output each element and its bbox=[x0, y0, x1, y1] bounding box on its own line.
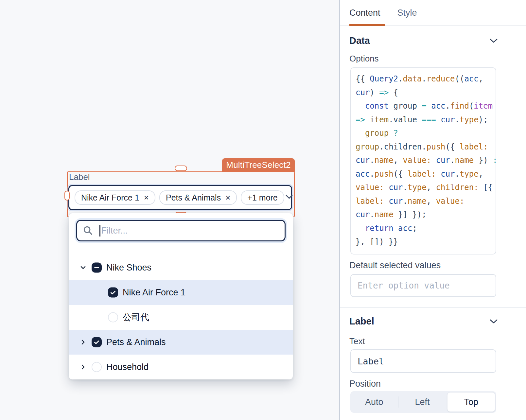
filter-input[interactable]: Filter... bbox=[76, 220, 286, 241]
text-label: Text bbox=[349, 336, 365, 346]
chevron-down-icon[interactable] bbox=[79, 264, 87, 271]
position-label: Position bbox=[349, 379, 381, 389]
tree-row[interactable]: Nike Shoes bbox=[69, 255, 293, 280]
chevron-down-icon[interactable] bbox=[489, 319, 498, 325]
chevron-right-icon[interactable] bbox=[79, 339, 87, 346]
code-line: {{ Query2.data.reduce((acc, bbox=[356, 72, 491, 86]
default-values-label: Default selected values bbox=[349, 260, 441, 271]
search-icon bbox=[82, 225, 94, 236]
widget-label: Label bbox=[69, 172, 90, 182]
position-segmented-control: AutoLeftTop bbox=[350, 391, 496, 413]
position-option-left[interactable]: Left bbox=[398, 391, 446, 413]
code-line: const group = acc.find(item bbox=[356, 99, 491, 113]
tree-row[interactable]: Household bbox=[69, 355, 293, 379]
tree-row-label: Household bbox=[106, 362, 149, 372]
checkbox-indeterminate[interactable] bbox=[92, 263, 102, 273]
text-cursor bbox=[99, 225, 100, 236]
tag-label: +1 more bbox=[247, 193, 277, 202]
code-line: label: cur.name, value: bbox=[356, 195, 491, 208]
chevron-down-icon[interactable] bbox=[284, 194, 294, 201]
code-line: acc.push({ label: cur.type, bbox=[356, 167, 491, 181]
inspector-panel: ContentStyle Data Options {{ Query2.data… bbox=[340, 0, 526, 420]
code-line: => item.value === cur.type); bbox=[356, 113, 491, 127]
app-root: MultiTreeSelect2 Label Nike Air Force 1×… bbox=[0, 0, 526, 420]
options-code-editor[interactable]: {{ Query2.data.reduce((acc,cur) => { con… bbox=[350, 67, 496, 254]
label-text-value: Label bbox=[358, 356, 384, 366]
remove-tag-icon[interactable]: × bbox=[225, 193, 230, 202]
position-option-top[interactable]: Top bbox=[447, 392, 495, 412]
tree-row-label: Pets & Animals bbox=[106, 337, 166, 347]
resize-handle-left[interactable] bbox=[64, 191, 70, 201]
tab-content[interactable]: Content bbox=[349, 8, 380, 18]
section-divider bbox=[340, 307, 526, 308]
remove-tag-icon[interactable]: × bbox=[144, 193, 149, 202]
checkbox-unchecked[interactable] bbox=[92, 362, 102, 372]
code-line: value: cur.type, children: [{ bbox=[356, 181, 491, 195]
selected-tags: Nike Air Force 1×Pets & Animals×+1 more bbox=[75, 190, 284, 205]
multiselect-control[interactable]: Nike Air Force 1×Pets & Animals×+1 more bbox=[68, 185, 292, 210]
multiselect-dropdown: Filter... Nike ShoesNike Air Force 1公司代P… bbox=[69, 213, 293, 379]
chevron-right-icon[interactable] bbox=[79, 363, 87, 371]
position-option-auto[interactable]: Auto bbox=[350, 391, 398, 413]
checkbox-unchecked[interactable] bbox=[108, 312, 118, 323]
tab-style[interactable]: Style bbox=[397, 8, 417, 18]
checkbox-checked[interactable] bbox=[92, 337, 102, 347]
widget-name-badge[interactable]: MultiTreeSelect2 bbox=[222, 158, 295, 172]
tree-row[interactable]: Pets & Animals bbox=[69, 330, 293, 355]
active-tab-underline bbox=[349, 24, 385, 26]
label-text-input[interactable]: Label bbox=[350, 349, 496, 373]
tag-label: Nike Air Force 1 bbox=[81, 193, 139, 202]
checkbox-checked[interactable] bbox=[108, 288, 118, 298]
options-tree: Nike ShoesNike Air Force 1公司代Pets & Anim… bbox=[69, 255, 293, 379]
section-title-label[interactable]: Label bbox=[349, 316, 374, 327]
code-line: cur.name }] }); bbox=[356, 208, 491, 222]
default-values-input[interactable]: Enter option value bbox=[350, 274, 496, 297]
code-line: group ? bbox=[356, 127, 491, 140]
selected-tag[interactable]: Pets & Animals× bbox=[159, 190, 237, 205]
selected-tag[interactable]: Nike Air Force 1× bbox=[75, 190, 155, 205]
filter-placeholder: Filter... bbox=[101, 226, 128, 236]
code-line: cur) => { bbox=[356, 86, 491, 100]
tree-row-label: 公司代 bbox=[123, 311, 149, 323]
options-label: Options bbox=[349, 54, 379, 64]
code-line: }, []) }} bbox=[356, 235, 491, 249]
resize-handle-top[interactable] bbox=[175, 166, 187, 171]
code-line: cur.name, value: cur.name }) : bbox=[356, 154, 491, 167]
section-title-data[interactable]: Data bbox=[349, 35, 370, 46]
default-values-placeholder: Enter option value bbox=[358, 281, 450, 290]
inspector-tabbar: ContentStyle bbox=[340, 0, 526, 26]
tree-row-label: Nike Shoes bbox=[106, 263, 151, 273]
chevron-down-icon[interactable] bbox=[489, 38, 498, 45]
code-line: group.children.push({ label: bbox=[356, 140, 491, 154]
tree-row[interactable]: Nike Air Force 1 bbox=[69, 280, 293, 305]
code-line: return acc; bbox=[356, 222, 491, 236]
tree-row[interactable]: 公司代 bbox=[69, 305, 293, 330]
tag-label: Pets & Animals bbox=[166, 193, 221, 202]
tree-row-label: Nike Air Force 1 bbox=[123, 288, 185, 298]
selected-tag[interactable]: +1 more bbox=[241, 190, 284, 205]
editor-canvas[interactable]: MultiTreeSelect2 Label Nike Air Force 1×… bbox=[0, 0, 339, 420]
